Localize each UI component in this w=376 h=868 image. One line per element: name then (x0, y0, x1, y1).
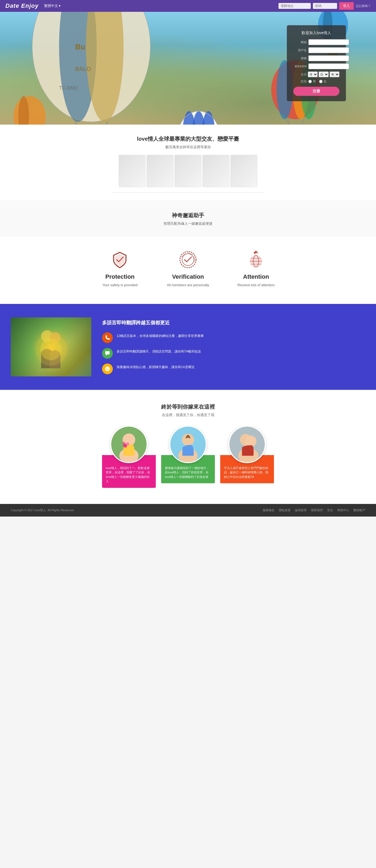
header-auth: 登入 忘記密碼？ (279, 2, 371, 10)
attention-icon (247, 250, 265, 269)
footer-link-privacy[interactable]: 隱私政策 (279, 508, 291, 512)
profile-images-row (108, 155, 268, 187)
verification-title: Verification (162, 273, 214, 280)
username-label: 用戶名 (293, 48, 307, 52)
intro-title: love情人全球最專業的大型交友、戀愛平臺 (5, 135, 371, 143)
month-select[interactable]: 月 (308, 71, 318, 77)
svg-text:MEMBER: MEMBER (187, 252, 193, 255)
multilingual-content: 多語言即時翻譯跨越五個都更近 12種語言版本，全球多個國家的網站注冊，趣聞分享世… (102, 319, 365, 374)
phone-icon (102, 332, 113, 343)
features-row: Protection Your safety is provided VERIF… (94, 250, 282, 288)
testimonial-1: love情人，我找到了一。歡歡這個世界，在這裡，我愛了了好多，在love情人一切… (102, 426, 156, 488)
multilingual-title: 多語言即時翻譯跨越五個都更近 (102, 319, 365, 326)
testimonial-3-text: 平凡人就不會有些人有門門媒妁的話，趁自己一個時候情懷心情，我的心中往出去的眷顧T… (224, 466, 268, 478)
forgot-password-link[interactable]: 忘記密碼？ (356, 4, 371, 8)
confirm-password-field-row: 重複新密碼 (293, 63, 340, 69)
hero-section: Bu BALO TC-BMD (0, 12, 376, 125)
gender-options: 男 女 (308, 80, 326, 84)
password-label: 密碼 (293, 56, 307, 60)
footer-copyright: Copyright © 2017 love情人. All Rights Rese… (11, 508, 75, 512)
form-title: 歡迎加入love情人 (293, 31, 340, 35)
register-button[interactable]: 注冊 (293, 87, 340, 96)
footer-link-forum[interactable]: 論壇規章 (295, 508, 307, 512)
shield-icon (111, 250, 129, 269)
multilingual-feature-list: 12種語言版本，全球多個國家的網站注冊，趣聞分享世界雜事 多語言即時翻譯讓聊天、… (102, 332, 365, 374)
intro-subtitle: 數百萬美女帥哥在這裡等著你 (5, 145, 371, 150)
svg-point-51 (35, 334, 67, 366)
couple-image (11, 317, 91, 376)
confirm-password-label: 重複新密碼 (293, 65, 307, 68)
header: Date Enjoy 繁體中文 ▾ 登入 忘記密碼？ (0, 0, 376, 12)
password-field-row: 密碼 (293, 55, 340, 61)
match-section: 神奇邂逅助手 智慧匹配有緣人一鍵邂逅超便捷 (0, 201, 376, 237)
svg-point-52 (105, 367, 110, 371)
chat-icon (102, 348, 113, 359)
match-subtitle: 智慧匹配有緣人一鍵邂逅超便捷 (5, 221, 371, 226)
footer: Copyright © 2017 love情人. All Rights Rese… (0, 504, 376, 517)
birthday-selects: 月 日 年 (308, 71, 340, 77)
couple-image-inner (11, 317, 91, 376)
language-selector[interactable]: 繁體中文 ▾ (44, 3, 61, 8)
username-field-row: 用戶名 (293, 47, 340, 53)
testimonial-2: 愛情啟示讓我找到了一個好地方，在love情人，找到了彩色世界，在love情人一切… (161, 426, 215, 488)
features-section: Protection Your safety is provided VERIF… (0, 237, 376, 304)
feature-verification: VERIFIED MEMBER PROFILE Verification All… (162, 250, 214, 288)
attention-desc: Receive lots of attention (230, 282, 282, 288)
birthday-label: 生日 (293, 72, 307, 76)
gender-female-option[interactable]: 女 (319, 80, 326, 84)
match-title: 神奇邂逅助手 (5, 212, 371, 219)
attention-title: Attention (230, 273, 282, 280)
reg-password-input[interactable] (308, 55, 349, 61)
footer-link-contact[interactable]: 聯系我們 (311, 508, 323, 512)
testimonial-1-avatar (110, 426, 148, 463)
main-nav: 繁體中文 ▾ (44, 3, 61, 8)
email-field-row: 郵箱 (293, 39, 340, 45)
gender-label: 性別 (293, 80, 307, 84)
footer-link-help[interactable]: 幫助中心 (337, 508, 349, 512)
reg-email-input[interactable] (308, 39, 349, 45)
blue-feature-3-text: 海量趣味冰情貼心感，新朋聊天趣味，讓你與1A意暱近 (117, 364, 195, 370)
intro-section: love情人全球最專業的大型交友、戀愛平臺 數百萬美女帥哥在這裡等著你 (0, 125, 376, 201)
blue-feature-2: 多語言即時翻譯讓聊天、消除語言問題，讓你和TA暢所欲說 (102, 348, 365, 359)
logo: Date Enjoy (5, 2, 39, 9)
verified-icon: VERIFIED MEMBER PROFILE (179, 250, 197, 269)
blue-feature-3: 海量趣味冰情貼心感，新朋聊天趣味，讓你與1A意暱近 (102, 364, 365, 374)
found-title: 終於等到你嫁來在這裡 (11, 403, 365, 410)
blue-feature-1: 12種語言版本，全球多個國家的網站注冊，趣聞分享世界雜事 (102, 332, 365, 343)
footer-link-delete[interactable]: 刪除帳戶 (353, 508, 365, 512)
gender-female-radio[interactable] (319, 80, 323, 83)
svg-point-38 (180, 252, 196, 268)
gender-male-radio[interactable] (308, 80, 312, 83)
profile-image-3 (175, 155, 201, 187)
gender-male-option[interactable]: 男 (308, 80, 316, 84)
footer-link-terms[interactable]: 服務條款 (263, 508, 274, 512)
found-section: 終於等到你嫁來在這裡 在這裡，我遇見了你，你遇見了我 love情人，我找到了一。… (0, 390, 376, 504)
profile-image-1 (119, 155, 146, 187)
testimonials-row: love情人，我找到了一。歡歡這個世界，在這裡，我愛了了好多，在love情人一切… (97, 426, 279, 488)
verification-desc: All members are personally (162, 282, 214, 288)
svg-point-66 (245, 435, 256, 446)
footer-links: 服務條款 隱私政策 論壇規章 聯系我們 安全 幫助中心 刪除帳戶 (263, 508, 365, 512)
profile-image-5 (230, 155, 257, 187)
feature-protection: Protection Your safety is provided (94, 250, 146, 288)
year-select[interactable]: 年 (329, 71, 340, 77)
password-input[interactable] (313, 3, 337, 9)
reg-username-input[interactable] (308, 47, 349, 53)
profile-image-2 (147, 155, 173, 187)
testimonial-3-avatar (228, 426, 266, 463)
reg-confirm-password-input[interactable] (308, 63, 349, 69)
testimonial-3: 平凡人就不會有些人有門門媒妁的話，趁自己一個時候情懷心情，我的心中往出去的眷顧T… (220, 426, 274, 488)
profile-image-4 (203, 155, 229, 187)
divider (113, 192, 263, 193)
testimonial-2-text: 愛情啟示讓我找到了一個好地方，在love情人，找到了彩色世界，在love情人一切… (165, 466, 209, 478)
email-label: 郵箱 (293, 40, 307, 44)
protection-title: Protection (94, 273, 146, 280)
svg-point-54 (108, 368, 109, 369)
svg-point-53 (106, 368, 107, 369)
email-input[interactable] (279, 3, 311, 9)
day-select[interactable]: 日 (319, 71, 328, 77)
footer-link-security[interactable]: 安全 (327, 508, 333, 512)
testimonial-1-text: love情人，我找到了一。歡歡這個世界，在這裡，我愛了了好多，在love情人一切… (106, 466, 150, 483)
testimonial-2-avatar (169, 426, 207, 463)
login-button[interactable]: 登入 (339, 2, 354, 10)
